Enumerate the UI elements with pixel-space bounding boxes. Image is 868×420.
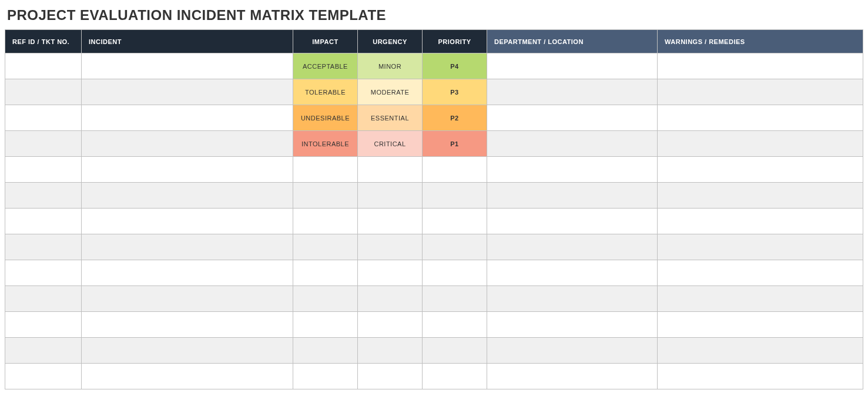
cell-ref[interactable] [5, 157, 82, 183]
cell-impact[interactable] [293, 157, 358, 183]
cell-warnings[interactable] [658, 234, 863, 260]
cell-urgency[interactable] [358, 312, 423, 338]
cell-incident[interactable] [82, 79, 293, 105]
cell-department[interactable] [487, 260, 658, 286]
table-row [5, 260, 863, 286]
cell-ref[interactable] [5, 131, 82, 157]
cell-priority[interactable] [423, 312, 487, 338]
cell-impact[interactable] [293, 183, 358, 209]
table-row [5, 338, 863, 364]
cell-incident[interactable] [82, 260, 293, 286]
cell-impact[interactable]: UNDESIRABLE [293, 105, 358, 131]
cell-urgency[interactable] [358, 338, 423, 364]
cell-priority[interactable] [423, 260, 487, 286]
cell-priority[interactable]: P4 [423, 53, 487, 79]
cell-urgency[interactable] [358, 234, 423, 260]
cell-incident[interactable] [82, 209, 293, 234]
cell-urgency[interactable]: ESSENTIAL [358, 105, 423, 131]
cell-urgency[interactable]: MINOR [358, 53, 423, 79]
cell-warnings[interactable] [658, 105, 863, 131]
cell-incident[interactable] [82, 105, 293, 131]
cell-urgency[interactable]: CRITICAL [358, 131, 423, 157]
table-row: TOLERABLEMODERATEP3 [5, 79, 863, 105]
cell-impact[interactable]: TOLERABLE [293, 79, 358, 105]
cell-warnings[interactable] [658, 338, 863, 364]
cell-incident[interactable] [82, 53, 293, 79]
table-row [5, 286, 863, 312]
cell-warnings[interactable] [658, 79, 863, 105]
cell-ref[interactable] [5, 338, 82, 364]
cell-impact[interactable] [293, 260, 358, 286]
cell-department[interactable] [487, 234, 658, 260]
cell-urgency[interactable] [358, 157, 423, 183]
cell-incident[interactable] [82, 157, 293, 183]
cell-priority[interactable]: P1 [423, 131, 487, 157]
cell-warnings[interactable] [658, 157, 863, 183]
cell-department[interactable] [487, 312, 658, 338]
table-row [5, 183, 863, 209]
cell-warnings[interactable] [658, 209, 863, 234]
cell-impact[interactable]: ACCEPTABLE [293, 53, 358, 79]
cell-impact[interactable]: INTOLERABLE [293, 131, 358, 157]
cell-urgency[interactable]: MODERATE [358, 79, 423, 105]
cell-warnings[interactable] [658, 260, 863, 286]
cell-urgency[interactable] [358, 286, 423, 312]
cell-impact[interactable] [293, 286, 358, 312]
cell-impact[interactable] [293, 234, 358, 260]
cell-incident[interactable] [82, 338, 293, 364]
cell-urgency[interactable] [358, 364, 423, 389]
cell-ref[interactable] [5, 53, 82, 79]
cell-urgency[interactable] [358, 260, 423, 286]
cell-warnings[interactable] [658, 53, 863, 79]
cell-urgency[interactable] [358, 209, 423, 234]
table-header-row: REF ID / TKT NO. INCIDENT IMPACT URGENCY… [5, 30, 863, 53]
cell-priority[interactable] [423, 157, 487, 183]
cell-department[interactable] [487, 338, 658, 364]
cell-warnings[interactable] [658, 364, 863, 389]
cell-priority[interactable] [423, 338, 487, 364]
cell-impact[interactable] [293, 338, 358, 364]
cell-urgency[interactable] [358, 183, 423, 209]
cell-priority[interactable]: P3 [423, 79, 487, 105]
cell-warnings[interactable] [658, 131, 863, 157]
cell-priority[interactable]: P2 [423, 105, 487, 131]
cell-incident[interactable] [82, 131, 293, 157]
cell-department[interactable] [487, 183, 658, 209]
cell-ref[interactable] [5, 312, 82, 338]
cell-department[interactable] [487, 131, 658, 157]
cell-warnings[interactable] [658, 286, 863, 312]
cell-department[interactable] [487, 209, 658, 234]
table-row: ACCEPTABLEMINORP4 [5, 53, 863, 79]
col-header-priority: PRIORITY [423, 30, 487, 53]
cell-incident[interactable] [82, 286, 293, 312]
cell-priority[interactable] [423, 209, 487, 234]
cell-ref[interactable] [5, 105, 82, 131]
cell-department[interactable] [487, 364, 658, 389]
cell-ref[interactable] [5, 286, 82, 312]
cell-incident[interactable] [82, 183, 293, 209]
cell-priority[interactable] [423, 286, 487, 312]
cell-impact[interactable] [293, 209, 358, 234]
cell-ref[interactable] [5, 183, 82, 209]
cell-priority[interactable] [423, 364, 487, 389]
cell-ref[interactable] [5, 79, 82, 105]
cell-department[interactable] [487, 157, 658, 183]
cell-warnings[interactable] [658, 312, 863, 338]
table-row [5, 209, 863, 234]
cell-ref[interactable] [5, 260, 82, 286]
cell-department[interactable] [487, 79, 658, 105]
cell-incident[interactable] [82, 364, 293, 389]
cell-ref[interactable] [5, 209, 82, 234]
cell-impact[interactable] [293, 312, 358, 338]
cell-warnings[interactable] [658, 183, 863, 209]
cell-department[interactable] [487, 286, 658, 312]
cell-ref[interactable] [5, 364, 82, 389]
cell-incident[interactable] [82, 312, 293, 338]
cell-priority[interactable] [423, 183, 487, 209]
cell-impact[interactable] [293, 364, 358, 389]
cell-incident[interactable] [82, 234, 293, 260]
cell-ref[interactable] [5, 234, 82, 260]
cell-department[interactable] [487, 53, 658, 79]
cell-department[interactable] [487, 105, 658, 131]
cell-priority[interactable] [423, 234, 487, 260]
